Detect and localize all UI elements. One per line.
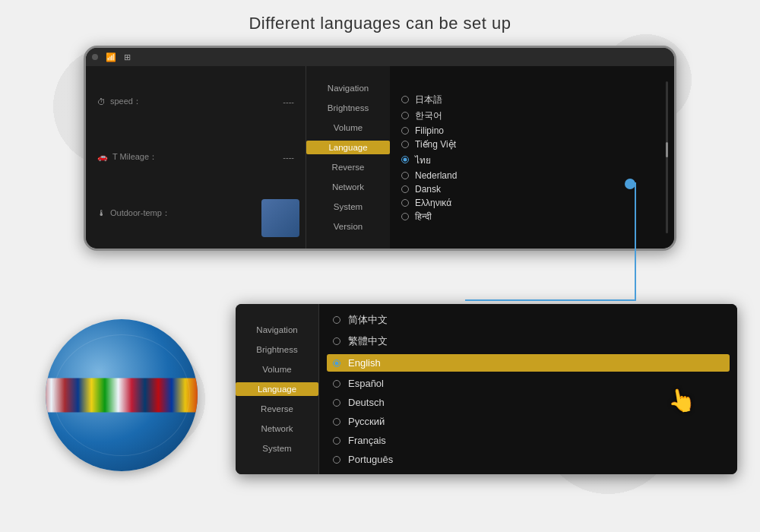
lang-radio-korean (401, 112, 409, 119)
lang-radio-japanese (401, 96, 409, 103)
lang-radio-portuguese (333, 456, 340, 464)
lang-danish[interactable]: Dansk (401, 184, 663, 195)
lang-radio-greek (401, 199, 409, 207)
language-panel-bottom: 简体中文 繁體中文 English Español Deutsch Русски… (319, 304, 737, 474)
menu-reverse-bottom[interactable]: Reverse (236, 402, 318, 416)
lang-radio-thai (401, 156, 409, 163)
menu-network-top[interactable]: Network (306, 180, 390, 194)
lang-english[interactable]: English (327, 354, 730, 372)
page-title: Different languages can be set up (0, 0, 760, 33)
lang-radio-filipino (401, 127, 409, 135)
bluetooth-icon: ⊞ (124, 52, 131, 62)
language-panel-top: 日本語 한국어 Filipino Tiếng Việt ไทย Nederlan… (390, 66, 674, 249)
lang-radio-hindi (401, 213, 409, 220)
lang-radio-russian (333, 418, 340, 426)
connector-vertical-line (635, 182, 636, 300)
bottom-section: Navigation Brightness Volume Language Re… (0, 304, 760, 474)
speed-value: ---- (283, 97, 294, 106)
map-thumbnail (261, 199, 299, 237)
menu-panel-bottom: Navigation Brightness Volume Language Re… (236, 304, 319, 474)
lang-radio-english (333, 359, 340, 367)
lang-german[interactable]: Deutsch (333, 395, 724, 410)
menu-navigation-bottom[interactable]: Navigation (236, 323, 318, 337)
temp-icon: 🌡 (97, 208, 106, 217)
lang-japanese[interactable]: 日本語 (401, 93, 663, 106)
mileage-label: T Mileage： (112, 151, 157, 163)
flag-band (46, 378, 198, 413)
mileage-value: ---- (283, 153, 294, 162)
lang-thai[interactable]: ไทย (401, 153, 663, 167)
dropdown-expanded: Navigation Brightness Volume Language Re… (236, 304, 737, 474)
lang-filipino[interactable]: Filipino (401, 125, 663, 136)
car-icon: 🚗 (97, 152, 108, 162)
speed-icon: ⏱ (97, 97, 106, 106)
menu-system-bottom[interactable]: System (236, 442, 318, 455)
device-top: 📶 ⊞ ⏱ speed： ---- 🚗 T Mileage： ---- 🌡 Ou… (84, 46, 676, 251)
globe-container (23, 304, 220, 471)
menu-network-bottom[interactable]: Network (236, 422, 318, 435)
lang-radio-schinese (333, 316, 340, 324)
menu-volume-bottom[interactable]: Volume (236, 363, 318, 376)
speed-row: ⏱ speed： ---- (97, 96, 294, 107)
connector-dot (625, 179, 635, 189)
menu-navigation-top[interactable]: Navigation (306, 81, 390, 95)
mileage-row: 🚗 T Mileage： ---- (97, 151, 294, 163)
menu-reverse-top[interactable]: Reverse (306, 160, 390, 174)
close-dot (92, 54, 98, 60)
lang-russian[interactable]: Русский (333, 414, 724, 429)
menu-version-top[interactable]: Version (306, 220, 390, 233)
lang-greek[interactable]: Ελληνικά (401, 198, 663, 208)
lang-korean[interactable]: 한국어 (401, 109, 663, 122)
lang-spanish[interactable]: Español (333, 376, 724, 391)
scroll-thumb (666, 142, 668, 157)
device-top-bar: 📶 ⊞ (86, 48, 674, 66)
lang-dutch[interactable]: Nederland (401, 170, 663, 181)
menu-brightness-bottom[interactable]: Brightness (236, 343, 318, 356)
menu-language-top[interactable]: Language (306, 141, 390, 154)
connector-horizontal-line (465, 299, 636, 301)
temp-label: Outdoor-temp： (110, 207, 170, 219)
lang-traditional-chinese[interactable]: 繁體中文 (333, 333, 724, 350)
menu-system-top[interactable]: System (306, 200, 390, 214)
scroll-indicator[interactable] (666, 81, 668, 233)
dashboard-panel: ⏱ speed： ---- 🚗 T Mileage： ---- 🌡 Outdoo… (86, 66, 306, 249)
lang-radio-danish (401, 185, 409, 193)
menu-panel-top: Navigation Brightness Volume Language Re… (306, 66, 390, 249)
lang-vietnamese[interactable]: Tiếng Việt (401, 139, 663, 150)
lang-radio-vietnamese (401, 141, 409, 148)
cursor-hand: 👆 (665, 385, 698, 416)
globe (46, 319, 198, 471)
lang-simplified-chinese[interactable]: 简体中文 (333, 312, 724, 328)
lang-radio-dutch (401, 172, 409, 179)
lang-radio-spanish (333, 380, 340, 388)
lang-hindi[interactable]: हिन्दी (401, 211, 663, 222)
wifi-icon: 📶 (106, 52, 116, 62)
menu-language-bottom[interactable]: Language (236, 382, 318, 396)
speed-label: speed： (110, 96, 141, 107)
lang-radio-tchinese (333, 337, 340, 345)
lang-radio-french (333, 437, 340, 445)
menu-brightness-top[interactable]: Brightness (306, 101, 390, 115)
lang-french[interactable]: Français (333, 433, 724, 448)
device-content: ⏱ speed： ---- 🚗 T Mileage： ---- 🌡 Outdoo… (86, 66, 674, 249)
lang-portuguese[interactable]: Português (333, 452, 724, 467)
lang-radio-german (333, 399, 340, 407)
menu-volume-top[interactable]: Volume (306, 121, 390, 135)
